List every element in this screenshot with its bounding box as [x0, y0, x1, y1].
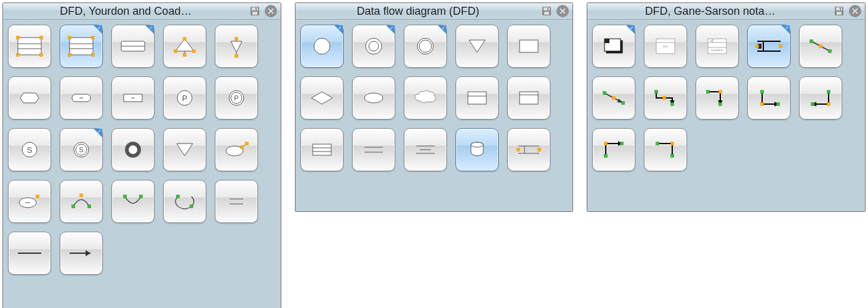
svg-rect-57 — [190, 205, 193, 208]
shape-rect[interactable] — [507, 25, 550, 68]
shape-form1[interactable]: text — [644, 25, 687, 68]
svg-rect-50 — [36, 195, 39, 198]
shape-ring-plain[interactable] — [404, 25, 447, 68]
shape-external-rect[interactable] — [111, 76, 155, 120]
shape-two-lines[interactable] — [352, 128, 395, 171]
shape-ellipse-conn[interactable] — [215, 128, 258, 171]
shape-l-arrow-4[interactable] — [799, 76, 842, 120]
shape-state-s[interactable]: S — [8, 128, 51, 171]
svg-rect-137 — [656, 142, 659, 145]
svg-rect-27 — [235, 55, 238, 58]
shape-line-eq[interactable] — [215, 180, 258, 223]
shape-cloud[interactable] — [404, 76, 447, 120]
arc3-icon — [169, 190, 200, 213]
shape-double-circle[interactable] — [352, 25, 395, 68]
svg-rect-56 — [177, 195, 180, 198]
svg-rect-2 — [252, 12, 257, 15]
svg-rect-138 — [671, 142, 674, 145]
shape-l-arrow-3[interactable] — [747, 76, 790, 120]
svg-rect-113 — [779, 45, 782, 48]
svg-rect-127 — [719, 103, 722, 106]
shape-double-rect[interactable] — [456, 76, 499, 120]
shape-external-hex[interactable] — [8, 76, 51, 120]
svg-rect-21 — [183, 38, 187, 41]
svg-rect-9 — [17, 54, 20, 57]
shape-form2[interactable]: idLocation — [696, 25, 739, 68]
shape-process-p[interactable]: P — [163, 76, 206, 120]
shape-external-round[interactable] — [60, 76, 103, 120]
svg-rect-93 — [836, 7, 842, 10]
form1-icon: text — [650, 35, 681, 57]
close-icon[interactable] — [849, 5, 861, 17]
svg-rect-46 — [246, 142, 249, 145]
svg-rect-128 — [761, 91, 764, 94]
shape-l-arrow-1[interactable] — [644, 76, 687, 120]
checkmark-icon — [386, 25, 395, 34]
shape-diamond[interactable] — [300, 76, 344, 120]
shape-data-store-3-sel[interactable] — [60, 25, 103, 68]
shape-split-node[interactable] — [215, 25, 258, 68]
svg-rect-121 — [613, 97, 616, 100]
svg-rect-16 — [68, 54, 71, 57]
shape-triangle[interactable] — [456, 25, 499, 68]
l-arrow-1-icon — [650, 87, 681, 109]
l-arrow-5-icon — [598, 139, 629, 161]
save-icon[interactable] — [833, 5, 845, 17]
checkmark-icon — [94, 129, 102, 137]
shape-data-store-1[interactable] — [111, 25, 155, 68]
state-s-icon: S — [14, 139, 45, 161]
svg-rect-125 — [707, 91, 710, 94]
arc2-icon — [118, 190, 148, 213]
circle-icon — [307, 35, 337, 57]
shape-store[interactable] — [747, 25, 790, 68]
panel-header: Data flow diagram (DFD) — [295, 3, 573, 20]
panel-title: DFD, Yourdon and Coad… — [7, 5, 245, 18]
shape-diag-arrow[interactable] — [592, 76, 635, 120]
shape-triangle-down[interactable] — [163, 128, 206, 171]
svg-text:P: P — [182, 94, 188, 103]
shape-process-p-ring[interactable]: P — [215, 76, 258, 120]
line-eq-icon — [221, 190, 252, 213]
store-icon — [753, 35, 784, 57]
svg-rect-65 — [547, 8, 549, 10]
shape-circle[interactable] — [300, 25, 344, 68]
diamond-icon — [307, 87, 337, 109]
shape-entity[interactable] — [592, 25, 635, 68]
shape-arc2[interactable] — [111, 180, 155, 223]
shape-data-store-3[interactable] — [8, 25, 51, 68]
shape-card[interactable] — [507, 76, 550, 120]
entity-icon — [598, 35, 629, 57]
svg-text:S: S — [79, 146, 83, 153]
svg-rect-23 — [193, 50, 196, 53]
svg-rect-117 — [819, 45, 822, 48]
shape-oval[interactable] — [352, 76, 395, 120]
save-icon[interactable] — [540, 5, 553, 17]
triangle-down-icon — [169, 139, 200, 161]
shape-merge-node[interactable] — [163, 25, 206, 68]
save-icon[interactable] — [249, 5, 261, 17]
shape-diag-conn[interactable] — [799, 25, 842, 68]
shape-arc3[interactable] — [163, 180, 206, 223]
shape-channel[interactable] — [404, 128, 447, 171]
shape-stop[interactable] — [111, 128, 155, 171]
shape-arc1[interactable] — [60, 180, 103, 223]
shape-l-arrow-5[interactable] — [592, 128, 635, 171]
shape-cylinder[interactable] — [456, 128, 499, 171]
shape-state-s-ring[interactable]: S — [60, 128, 103, 171]
data-store-3-icon — [14, 35, 45, 57]
shape-l-arrow-2[interactable] — [696, 76, 739, 120]
svg-rect-55 — [140, 195, 143, 198]
shape-arrow[interactable] — [60, 232, 103, 275]
close-icon[interactable] — [557, 5, 569, 17]
close-icon[interactable] — [265, 5, 277, 17]
double-rect-icon — [462, 87, 492, 109]
shape-stack[interactable] — [300, 128, 344, 171]
svg-rect-52 — [88, 205, 91, 208]
svg-rect-51 — [72, 205, 75, 208]
svg-rect-123 — [671, 103, 674, 106]
shape-line[interactable] — [8, 232, 51, 275]
shape-segment[interactable] — [507, 128, 550, 171]
line-icon — [14, 242, 45, 264]
shape-ellipse-minus[interactable] — [8, 180, 51, 223]
shape-l-arrow-6[interactable] — [644, 128, 687, 171]
